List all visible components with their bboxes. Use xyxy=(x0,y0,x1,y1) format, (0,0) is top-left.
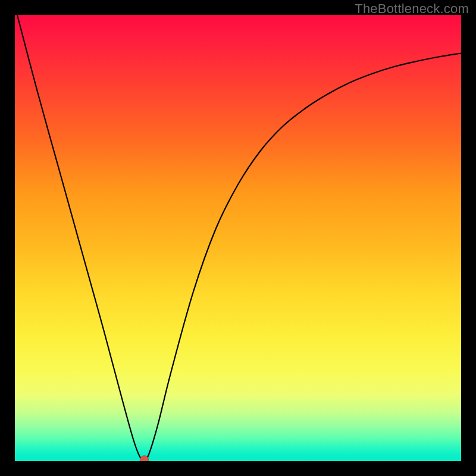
plot-area xyxy=(15,15,461,461)
chart-frame: TheBottleneck.com xyxy=(0,0,476,476)
watermark-text: TheBottleneck.com xyxy=(355,1,469,17)
bottleneck-curve xyxy=(15,15,461,460)
optimal-point-marker xyxy=(140,456,149,461)
curve-layer xyxy=(15,15,461,461)
